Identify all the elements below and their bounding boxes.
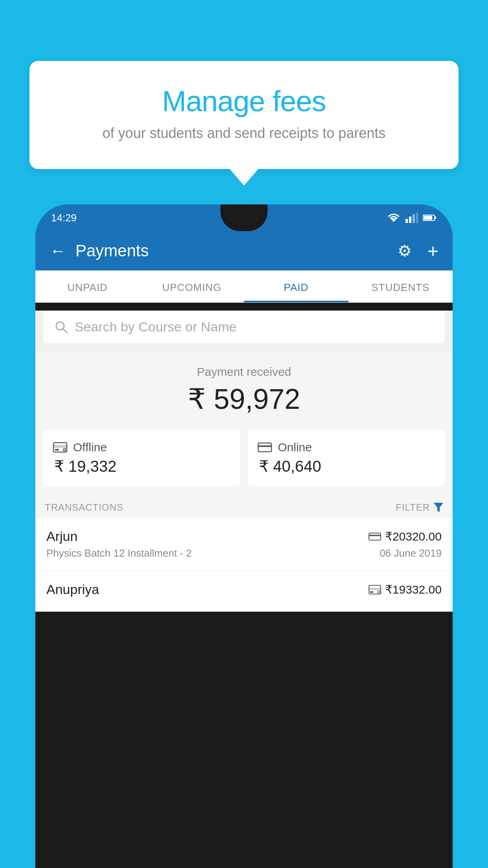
online-card-label: Online (278, 441, 312, 454)
svg-rect-14 (258, 443, 272, 452)
transaction-row[interactable]: Anupriya ₹19332.00 (35, 571, 453, 612)
svg-line-9 (63, 329, 67, 333)
svg-rect-2 (409, 217, 411, 223)
payment-received-label: Payment received (51, 365, 437, 379)
filter-label: FILTER (396, 502, 430, 513)
status-time: 14:29 (51, 212, 77, 224)
filter-row[interactable]: FILTER (396, 502, 443, 513)
add-button[interactable]: + (427, 240, 438, 262)
offline-card-amount: ₹ 19,332 (53, 457, 116, 475)
svg-rect-3 (413, 214, 415, 223)
payment-received-amount: ₹ 59,972 (51, 383, 437, 416)
tabs-bar: UNPAID UPCOMING PAID STUDENTS (35, 270, 453, 303)
signal-icon (405, 213, 418, 223)
offline-card-label: Offline (73, 441, 107, 454)
search-icon (54, 320, 68, 334)
payment-cards: Offline ₹ 19,332 Online ₹ 40,640 (35, 430, 453, 496)
header-title: Payments (75, 241, 388, 260)
svg-rect-17 (369, 533, 381, 540)
tab-upcoming[interactable]: UPCOMING (140, 270, 244, 302)
search-placeholder: Search by Course or Name (75, 319, 237, 335)
transaction-date: 06 June 2019 (380, 547, 442, 559)
offline-card: Offline ₹ 19,332 (43, 430, 240, 486)
svg-rect-11 (53, 445, 67, 448)
transactions-label: TRANSACTIONS (45, 502, 123, 513)
app-header: ← Payments ⚙ + (35, 231, 453, 270)
phone-frame: 14:29 ← Payments (35, 204, 453, 868)
transaction-amount: ₹20320.00 (385, 530, 442, 543)
svg-rect-6 (435, 217, 436, 219)
svg-point-13 (63, 449, 66, 451)
wifi-icon (387, 213, 401, 223)
transactions-header: TRANSACTIONS FILTER (35, 496, 453, 518)
filter-icon (434, 503, 443, 512)
offline-payment-icon (53, 441, 68, 454)
transaction-amount-2: ₹19332.00 (385, 583, 442, 596)
svg-point-22 (378, 591, 380, 593)
bubble-subtitle: of your students and send receipts to pa… (61, 125, 427, 142)
svg-rect-4 (416, 213, 418, 223)
svg-rect-20 (369, 588, 381, 590)
online-card-amount: ₹ 40,640 (257, 457, 321, 475)
settings-button[interactable]: ⚙ (398, 242, 412, 260)
online-card: Online ₹ 40,640 (248, 430, 445, 486)
tab-paid[interactable]: PAID (244, 270, 349, 302)
transaction-row[interactable]: Arjun ₹20320.00 Physics Batch 12 Install… (35, 518, 453, 571)
back-button[interactable]: ← (50, 241, 66, 260)
svg-rect-7 (424, 216, 432, 220)
svg-rect-21 (370, 591, 373, 593)
bubble-title: Manage fees (61, 85, 427, 118)
search-container[interactable]: Search by Course or Name (43, 311, 445, 343)
online-payment-icon (257, 442, 272, 453)
status-icons (387, 213, 437, 223)
content-area: Search by Course or Name Payment receive… (35, 311, 453, 612)
tab-unpaid[interactable]: UNPAID (35, 270, 140, 302)
svg-rect-12 (55, 449, 59, 451)
svg-marker-16 (434, 503, 443, 512)
speech-bubble: Manage fees of your students and send re… (29, 61, 459, 169)
battery-icon (423, 214, 437, 222)
offline-payment-small-icon (369, 585, 381, 595)
svg-rect-1 (405, 219, 408, 223)
tab-students[interactable]: STUDENTS (349, 270, 453, 302)
online-payment-small-icon (369, 532, 381, 541)
transaction-name-2: Anupriya (46, 582, 99, 597)
status-bar: 14:29 (35, 204, 453, 231)
transaction-course: Physics Batch 12 Installment - 2 (46, 547, 192, 559)
payment-received-section: Payment received ₹ 59,972 (35, 351, 453, 430)
svg-marker-0 (390, 218, 397, 222)
transaction-name: Arjun (46, 529, 77, 544)
